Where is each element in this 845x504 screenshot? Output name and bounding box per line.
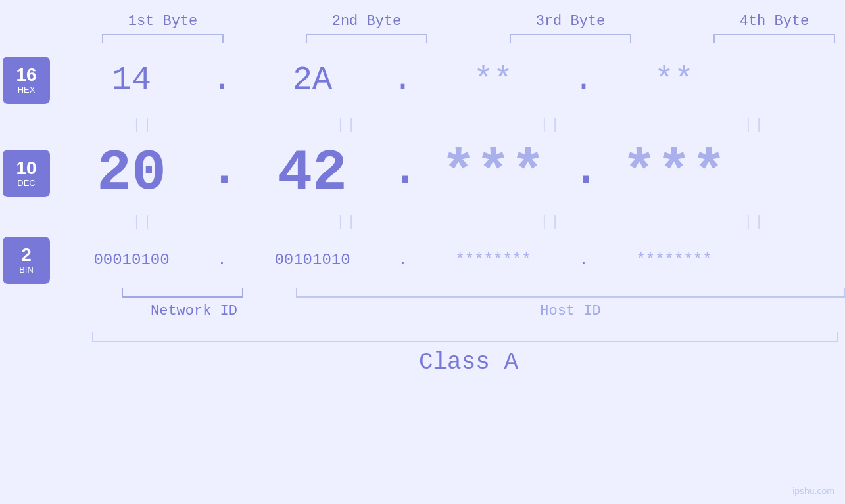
dec-val-1: 20: [53, 141, 210, 206]
dot-dec-3: .: [572, 148, 595, 199]
eq2-3: ||: [460, 214, 641, 230]
bottom-section: Network ID Host ID: [0, 288, 845, 319]
network-id-container: Network ID: [92, 303, 296, 319]
dec-badge: 10 DEC: [3, 150, 50, 197]
network-bracket-container: [92, 288, 273, 298]
bin-values-row: 00010100 . 00101010 . ******** . *******…: [53, 235, 845, 285]
byte-4-header: 4th Byte: [684, 13, 845, 43]
hex-values-row: 14 . 2A . ** . **: [53, 49, 845, 111]
dec-badge-num: 10: [16, 158, 36, 179]
network-id-label: Network ID: [151, 303, 237, 319]
hex-badge-num: 16: [16, 65, 36, 85]
dot-dec-1: .: [210, 148, 233, 199]
host-bracket-bottom: [296, 288, 845, 298]
bin-badge-label: BIN: [19, 265, 34, 275]
main-container: 1st Byte 2nd Byte 3rd Byte 4th Byte 16: [0, 0, 845, 504]
dec-val-2: 42: [233, 141, 391, 206]
bin-badge-num: 2: [21, 245, 32, 265]
dot-hex-3: .: [572, 61, 595, 99]
byte-header-row: 1st Byte 2nd Byte 3rd Byte 4th Byte: [0, 13, 845, 43]
class-section: Class A: [0, 332, 845, 376]
id-labels-row: Network ID Host ID: [92, 303, 845, 319]
data-content: 14 . 2A . ** . ** || || || || 20: [53, 43, 845, 285]
byte-1-label: 1st Byte: [128, 13, 198, 30]
byte-2-bracket-top: [306, 34, 427, 43]
host-id-label: Host ID: [540, 303, 600, 319]
host-id-container: Host ID: [296, 303, 845, 319]
byte-1-header: 1st Byte: [72, 13, 253, 43]
dec-val-3: ***: [414, 141, 572, 206]
class-label: Class A: [92, 349, 845, 376]
dec-badge-row: 10 DEC: [3, 139, 50, 208]
hex-badge-label: HEX: [18, 85, 36, 95]
dot-bin-1: .: [210, 251, 233, 269]
hex-val-3: **: [414, 61, 572, 99]
hex-badge-row: 16 HEX: [3, 49, 50, 111]
byte-1-bracket-top: [102, 34, 224, 43]
bin-badge: 2 BIN: [3, 237, 50, 284]
eq-4: ||: [664, 117, 845, 133]
class-bracket: [92, 332, 838, 342]
dec-values-row: 20 . 42 . *** . ***: [53, 139, 845, 208]
byte-4-bracket-top: [713, 34, 835, 43]
bin-val-4: ********: [595, 251, 753, 269]
hex-badge: 16 HEX: [3, 57, 50, 104]
byte-4-label: 4th Byte: [740, 13, 809, 30]
data-layout: 16 HEX 10 DEC 2 BIN: [0, 43, 845, 285]
byte-3-label: 3rd Byte: [536, 13, 606, 30]
bin-val-2: 00101010: [233, 251, 391, 269]
eq2-1: ||: [53, 214, 233, 230]
eq2-2: ||: [256, 214, 437, 230]
network-bracket-bottom: [122, 288, 243, 298]
dot-hex-1: .: [210, 61, 233, 99]
dec-val-4: ***: [595, 141, 753, 206]
equals-row-1: || || || ||: [53, 111, 845, 139]
dot-bin-2: .: [391, 251, 414, 269]
bracket-gap-1: [273, 288, 296, 298]
bin-val-3: ********: [414, 251, 572, 269]
bin-val-1: 00010100: [53, 251, 210, 269]
brackets-row: [92, 288, 845, 298]
dot-bin-3: .: [572, 251, 595, 269]
badges-column: 16 HEX 10 DEC 2 BIN: [0, 43, 53, 285]
bin-badge-row: 2 BIN: [3, 235, 50, 285]
hex-val-2: 2A: [233, 61, 391, 99]
eq-1: ||: [53, 117, 233, 133]
watermark: ipshu.com: [792, 486, 834, 496]
eq-3: ||: [460, 117, 641, 133]
equals-row-2: || || || ||: [53, 208, 845, 235]
dot-dec-2: .: [391, 148, 414, 199]
dot-hex-2: .: [391, 61, 414, 99]
eq2-4: ||: [664, 214, 845, 230]
hex-val-4: **: [595, 61, 753, 99]
byte-3-bracket-top: [510, 34, 631, 43]
byte-3-header: 3rd Byte: [480, 13, 661, 43]
eq-2: ||: [256, 117, 437, 133]
hex-val-1: 14: [53, 61, 210, 99]
byte-2-header: 2nd Byte: [276, 13, 457, 43]
byte-2-label: 2nd Byte: [332, 13, 402, 30]
dec-badge-label: DEC: [17, 178, 35, 188]
